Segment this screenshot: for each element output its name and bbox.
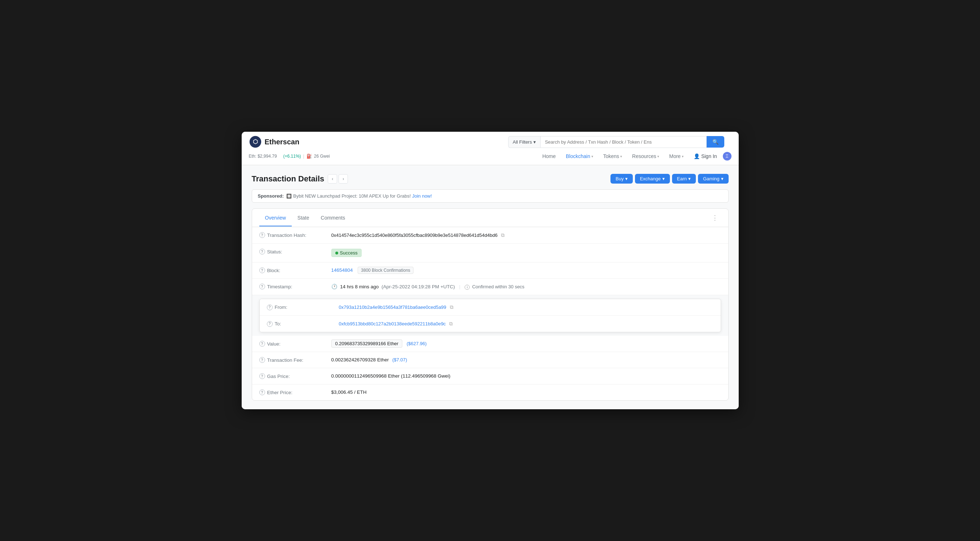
to-label: ? To: — [267, 321, 339, 327]
nav-blockchain[interactable]: Blockchain ▾ — [562, 151, 598, 161]
nav-resources[interactable]: Resources ▾ — [628, 151, 663, 161]
status-dot — [335, 252, 338, 254]
gas-pump-icon: ⛽ — [307, 154, 312, 159]
transaction-card: Overview State Comments ⋮ ? Transaction … — [252, 208, 729, 401]
ether-price-value: $3,006.45 / ETH — [331, 389, 721, 395]
svg-text:⬡: ⬡ — [253, 138, 258, 145]
help-icon[interactable]: ? — [259, 267, 265, 273]
help-icon[interactable]: ? — [259, 232, 265, 238]
gaming-button[interactable]: Gaming ▾ — [698, 174, 729, 184]
chevron-down-icon: ▾ — [625, 176, 628, 181]
to-value: 0xfcb9513bbd80c127a2b0138eede592211b8a0e… — [339, 321, 713, 327]
gas-price-row: ? Gas Price: 0.0000000112496509968 Ether… — [252, 368, 728, 384]
to-row: ? To: 0xfcb9513bbd80c127a2b0138eede59221… — [260, 316, 721, 332]
help-icon[interactable]: ? — [259, 373, 265, 379]
timestamp-row: ? Timestamp: 🕐 14 hrs 8 mins ago (Apr-25… — [252, 279, 728, 295]
chevron-down-icon: ▾ — [721, 176, 724, 181]
filter-dropdown[interactable]: All Filters ▾ — [508, 136, 540, 148]
from-row: ? From: 0x793a1210b2a4e9b15654a3f781ba6a… — [260, 299, 721, 316]
tab-overview[interactable]: Overview — [259, 210, 292, 227]
copy-icon[interactable]: ⧉ — [449, 321, 453, 327]
block-value: 14654804 3800 Block Confirmations — [331, 267, 721, 273]
tabs-bar: Overview State Comments ⋮ — [252, 209, 728, 227]
help-icon[interactable]: ? — [259, 284, 265, 289]
fee-value: 0.002362426709328 Ether ($7.07) — [331, 357, 721, 362]
page-title: Transaction Details — [252, 174, 325, 184]
fee-label: ? Transaction Fee: — [259, 357, 331, 363]
txn-hash-value: 0x414574ec3c955c1d540e860f5fa3055cfbac89… — [331, 232, 721, 238]
tab-state[interactable]: State — [292, 210, 315, 227]
fee-usd: ($7.07) — [392, 357, 407, 362]
next-arrow[interactable]: › — [339, 174, 348, 184]
chevron-down-icon: ▾ — [591, 154, 593, 159]
from-address-link[interactable]: 0x793a1210b2a4e9b15654a3f781ba6aee0ced5a… — [339, 305, 447, 310]
clock-icon: 🕐 — [331, 284, 337, 289]
copy-icon[interactable]: ⧉ — [501, 232, 504, 238]
value-value: 0.209683735329989166 Ether ($627.96) — [331, 341, 721, 346]
value-row: ? Value: 0.209683735329989166 Ether ($62… — [252, 336, 728, 352]
from-label: ? From: — [267, 305, 339, 310]
ether-price-label: ? Ether Price: — [259, 389, 331, 395]
eth-change: (+6.11%) — [283, 154, 301, 159]
chevron-down-icon: ▾ — [682, 154, 684, 159]
more-options-icon[interactable]: ⋮ — [709, 209, 721, 227]
chevron-down-icon: ▾ — [662, 176, 665, 181]
value-usd: ($627.96) — [407, 341, 427, 346]
site-logo-text: Etherscan — [265, 138, 300, 146]
info-icon: i — [465, 285, 470, 290]
nav-more[interactable]: More ▾ — [665, 151, 688, 161]
status-value: Success — [331, 249, 721, 257]
txn-hash-label: ? Transaction Hash: — [259, 232, 331, 238]
ethereum-icon: Ξ — [723, 152, 732, 160]
buy-button[interactable]: Buy ▾ — [611, 174, 632, 184]
txn-hash-row: ? Transaction Hash: 0x414574ec3c955c1d54… — [252, 227, 728, 244]
block-label: ? Block: — [259, 267, 331, 273]
search-input[interactable] — [540, 136, 706, 148]
help-icon[interactable]: ? — [259, 249, 265, 254]
confirmations-badge: 3800 Block Confirmations — [358, 267, 414, 274]
chevron-down-icon: ▾ — [688, 176, 691, 181]
tab-comments[interactable]: Comments — [315, 210, 351, 227]
gas-price-value: 0.0000000112496509968 Ether (112.4965099… — [331, 373, 721, 379]
copy-icon[interactable]: ⧉ — [450, 304, 453, 310]
status-row: ? Status: Success — [252, 244, 728, 262]
ether-price-row: ? Ether Price: $3,006.45 / ETH — [252, 384, 728, 400]
search-button[interactable]: 🔍 — [706, 136, 724, 148]
eth-price: Eth: $2,994.79 — [249, 154, 277, 159]
from-to-section: ? From: 0x793a1210b2a4e9b15654a3f781ba6a… — [259, 299, 721, 332]
sponsored-link[interactable]: Join now! — [412, 193, 432, 199]
gas-price: 26 Gwei — [314, 154, 330, 159]
etherscan-logo: ⬡ — [249, 135, 262, 148]
timestamp-label: ? Timestamp: — [259, 284, 331, 289]
status-badge: Success — [331, 249, 361, 257]
nav-tokens[interactable]: Tokens ▾ — [599, 151, 626, 161]
block-row: ? Block: 14654804 3800 Block Confirmatio… — [252, 262, 728, 279]
chevron-down-icon: ▾ — [533, 139, 536, 145]
search-icon: 🔍 — [713, 139, 719, 145]
timestamp-value: 🕐 14 hrs 8 mins ago (Apr-25-2022 04:19:2… — [331, 284, 721, 290]
help-icon[interactable]: ? — [267, 305, 273, 310]
nav-home[interactable]: Home — [538, 151, 560, 161]
to-address-link[interactable]: 0xfcb9513bbd80c127a2b0138eede592211b8a0e… — [339, 321, 446, 327]
help-icon[interactable]: ? — [259, 389, 265, 395]
sponsored-banner: Sponsored: 🔲 Bybit NEW Launchpad Project… — [252, 189, 729, 203]
user-icon: 👤 — [694, 153, 700, 159]
sign-in-button[interactable]: 👤 Sign In — [689, 151, 721, 161]
chevron-down-icon: ▾ — [620, 154, 622, 159]
chevron-down-icon: ▾ — [657, 154, 659, 159]
earn-button[interactable]: Earn ▾ — [672, 174, 696, 184]
help-icon[interactable]: ? — [259, 341, 265, 347]
help-icon[interactable]: ? — [259, 357, 265, 363]
value-eth-badge: 0.209683735329989166 Ether — [331, 340, 402, 348]
value-label: ? Value: — [259, 341, 331, 347]
prev-arrow[interactable]: ‹ — [328, 174, 337, 184]
fee-row: ? Transaction Fee: 0.002362426709328 Eth… — [252, 352, 728, 368]
help-icon[interactable]: ? — [267, 321, 273, 327]
status-label: ? Status: — [259, 249, 331, 254]
block-number-link[interactable]: 14654804 — [331, 267, 353, 273]
exchange-button[interactable]: Exchange ▾ — [635, 174, 670, 184]
from-value: 0x793a1210b2a4e9b15654a3f781ba6aee0ced5a… — [339, 304, 713, 310]
gas-price-label: ? Gas Price: — [259, 373, 331, 379]
